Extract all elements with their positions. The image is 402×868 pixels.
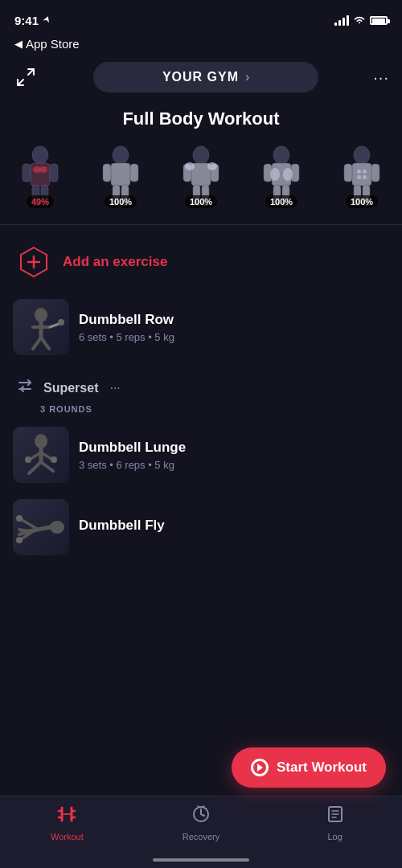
svg-rect-17 — [130, 164, 138, 182]
muscle-map-row: 49% 100% — [0, 141, 402, 216]
svg-rect-39 — [371, 164, 379, 182]
muscle-percent-2: 100% — [105, 195, 137, 208]
expand-icon[interactable] — [13, 64, 39, 90]
svg-rect-37 — [352, 163, 371, 186]
tab-recovery[interactable]: Recovery — [134, 805, 269, 841]
muscle-item-1: 49% — [0, 141, 80, 213]
muscle-percent-3: 100% — [185, 195, 217, 208]
status-bar: 9:41 — [0, 0, 402, 35]
header-nav: YOUR GYM › ··· — [0, 57, 402, 100]
svg-rect-15 — [111, 163, 130, 186]
svg-line-0 — [18, 80, 23, 85]
svg-point-48 — [35, 308, 47, 322]
workout-title: Full Body Workout — [0, 100, 402, 141]
exercise-info-dumbbell-fly: Dumbbell Fly — [79, 518, 389, 537]
exercise-name-dumbbell-lunge: Dumbbell Lunge — [79, 440, 389, 456]
svg-rect-7 — [31, 163, 50, 186]
exercise-info-dumbbell-lunge: Dumbbell Lunge 3 sets • 6 reps • 5 kg — [79, 440, 389, 471]
svg-line-51 — [33, 338, 41, 349]
exercise-thumb-dumbbell-fly — [13, 499, 69, 555]
more-options-icon[interactable]: ··· — [373, 68, 389, 87]
play-icon — [251, 759, 269, 776]
svg-rect-44 — [357, 175, 361, 179]
svg-rect-38 — [344, 164, 352, 182]
exercise-meta-dumbbell-row: 6 sets • 5 reps • 5 kg — [79, 331, 389, 343]
svg-point-13 — [39, 166, 47, 173]
svg-line-52 — [41, 338, 49, 349]
muscle-item-5: 100% — [322, 141, 402, 213]
add-exercise-button[interactable]: Add an exercise — [0, 233, 402, 291]
svg-point-26 — [185, 162, 195, 170]
location-icon — [42, 15, 51, 25]
signal-bars — [334, 15, 349, 26]
svg-line-3 — [28, 69, 34, 75]
superset-header: Superset ··· — [0, 363, 402, 404]
svg-point-35 — [283, 168, 293, 181]
svg-point-67 — [16, 515, 23, 522]
tab-workout-label: Workout — [51, 832, 84, 841]
svg-rect-43 — [363, 170, 367, 174]
status-time: 9:41 — [14, 14, 51, 27]
status-icons — [334, 15, 388, 26]
svg-point-6 — [32, 146, 48, 164]
superset-label: Superset — [43, 381, 98, 395]
battery-icon — [370, 16, 388, 25]
svg-line-59 — [29, 462, 41, 473]
log-tab-icon — [326, 805, 345, 829]
exercise-item-dumbbell-fly: Dumbbell Fly — [0, 491, 402, 559]
back-arrow-icon: ◀ — [14, 38, 23, 50]
svg-rect-45 — [363, 175, 367, 179]
svg-point-63 — [50, 521, 64, 534]
tab-log[interactable]: Log — [268, 805, 402, 841]
svg-line-65 — [21, 519, 37, 529]
svg-point-54 — [58, 319, 64, 326]
exercise-meta-dumbbell-lunge: 3 sets • 6 reps • 5 kg — [79, 459, 389, 471]
muscle-item-2: 100% — [80, 141, 161, 213]
exercise-info-dumbbell-row: Dumbbell Row 6 sets • 5 reps • 5 kg — [79, 312, 389, 343]
start-workout-button[interactable]: Start Workout — [232, 747, 386, 788]
svg-point-62 — [51, 457, 57, 463]
svg-point-28 — [273, 146, 289, 164]
muscle-percent-4: 100% — [265, 195, 297, 208]
tab-recovery-label: Recovery — [183, 832, 219, 841]
svg-rect-16 — [103, 164, 111, 182]
muscle-percent-5: 100% — [346, 195, 378, 208]
superset-more-icon[interactable]: ··· — [109, 381, 120, 395]
muscle-item-4: 100% — [241, 141, 322, 213]
back-label: App Store — [26, 37, 80, 51]
svg-rect-42 — [357, 170, 361, 174]
section-divider — [0, 224, 402, 225]
exercise-item-dumbbell-lunge: Dumbbell Lunge 3 sets • 6 reps • 5 kg — [0, 419, 402, 491]
add-exercise-label: Add an exercise — [63, 254, 167, 270]
app-store-bar[interactable]: ◀ App Store — [0, 35, 402, 57]
tab-log-label: Log — [328, 832, 343, 841]
svg-point-20 — [193, 146, 209, 164]
home-indicator — [153, 858, 249, 862]
gym-name: YOUR GYM — [162, 70, 239, 84]
recovery-tab-icon — [191, 805, 211, 829]
exercise-thumb-dumbbell-row — [13, 299, 69, 355]
muscle-percent-1: 49% — [27, 195, 54, 208]
svg-point-68 — [16, 537, 23, 543]
exercise-name-dumbbell-fly: Dumbbell Fly — [79, 518, 389, 534]
workout-tab-icon — [57, 805, 76, 829]
exercise-name-dumbbell-row: Dumbbell Row — [79, 312, 389, 328]
add-hex-icon — [16, 244, 51, 280]
exercise-item-dumbbell-row: Dumbbell Row 6 sets • 5 reps • 5 kg — [0, 291, 402, 363]
start-workout-label: Start Workout — [277, 760, 367, 776]
gym-chevron-icon: › — [245, 70, 249, 84]
svg-rect-9 — [50, 164, 58, 182]
gym-pill[interactable]: YOUR GYM › — [93, 62, 318, 92]
tab-bar: Workout Recovery Log — [0, 796, 402, 868]
svg-point-36 — [354, 146, 370, 164]
svg-point-55 — [35, 434, 47, 448]
svg-point-27 — [207, 162, 217, 170]
tab-workout[interactable]: Workout — [0, 805, 134, 841]
svg-rect-8 — [23, 164, 31, 182]
svg-point-34 — [270, 168, 280, 181]
svg-point-14 — [113, 146, 129, 164]
superset-rounds: 3 ROUNDS — [24, 404, 402, 414]
svg-line-60 — [41, 462, 53, 471]
svg-point-61 — [25, 457, 31, 463]
superset-icon — [16, 376, 35, 399]
